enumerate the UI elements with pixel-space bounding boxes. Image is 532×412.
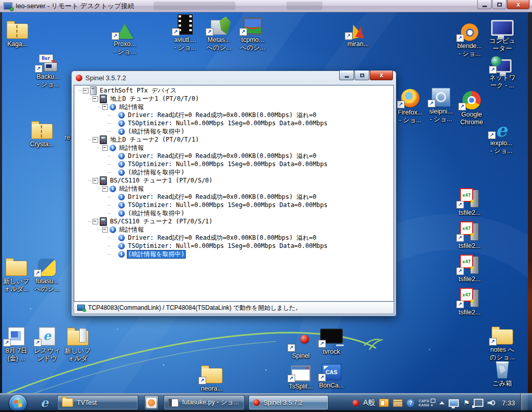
tree-row[interactable]: i統計情報 xyxy=(76,144,392,152)
desktop-icon-neora[interactable]: ↗neora... xyxy=(195,363,228,393)
tree-row[interactable]: iTSOptimizer: Null=0.00Mbps 1Seg=0.00Mbp… xyxy=(76,201,392,209)
rdp-titlebar[interactable]: leo-server - リモート デスクトップ接続 x xyxy=(0,0,532,12)
desktop-icon-chrome[interactable]: ↗GoogleChrome xyxy=(455,89,488,126)
tree-row[interactable]: iDriver: Read試行=0 Read成功=0x0.00KB(0.00Mb… xyxy=(76,152,392,160)
show-desktop-button[interactable] xyxy=(520,394,528,412)
collapse-toggle-icon[interactable] xyxy=(102,145,108,151)
tray-spinel-icon[interactable] xyxy=(352,400,359,406)
desktop-icon-boncaslink[interactable]: CAS↗BonCa... xyxy=(315,360,348,390)
minimize-icon xyxy=(345,76,349,78)
tray-ime-help-icon[interactable]: ? xyxy=(407,399,414,407)
tray-clock[interactable]: 7:33 xyxy=(500,399,517,407)
collapse-toggle-icon[interactable] xyxy=(93,137,98,143)
desktop-icon-aviutl[interactable]: ↗aviutl....- ショ... xyxy=(169,14,202,52)
shortcut-arrow-icon: ↗ xyxy=(35,65,42,73)
spinel-close-button[interactable]: x xyxy=(370,71,393,80)
tree-row[interactable]: i(統計情報を取得中) xyxy=(76,127,392,135)
desktop-icon-futasuke-py[interactable]: ↗futasu...へのシ... xyxy=(31,256,63,293)
desktop-icon-tsfile2-2[interactable]: x47↗tsfile2... xyxy=(453,220,486,250)
collapse-toggle-icon[interactable] xyxy=(102,186,108,192)
tree-row[interactable]: iTSOptimizer: Null=0.00Mbps 1Seg=0.00Mbp… xyxy=(76,160,392,168)
tree-row[interactable]: i統計情報 xyxy=(76,225,392,234)
tree-row[interactable]: iTSOptimizer: Null=0.00Mbps 1Seg=0.00Mbp… xyxy=(76,242,392,250)
desktop-icon-firefox[interactable]: ↗Firefox...- ショ... xyxy=(394,87,427,124)
rdp-minimize-button[interactable] xyxy=(477,0,492,9)
spinel-titlebar[interactable]: Spinel 3.5.7.2 x xyxy=(74,71,394,85)
desktop-icon-tsfile2-3[interactable]: x47↗tsfile2... xyxy=(453,254,486,283)
desktop-icon-backup[interactable]: Bur↗Backu...- ショ... xyxy=(32,51,64,88)
rdp-restore-button[interactable] xyxy=(492,0,506,9)
collapse-toggle-icon[interactable] xyxy=(93,219,98,224)
desktop-icon-miranda[interactable]: ↗miran... xyxy=(342,18,374,48)
info-icon: i xyxy=(118,202,125,209)
tray-ime-palette-icon[interactable] xyxy=(379,399,389,407)
spinel-minimize-button[interactable] xyxy=(339,71,354,80)
taskbar-button-media-player[interactable] xyxy=(144,395,159,410)
tree-row[interactable]: BS/CS110 チューナ1 (PT/0/S/0) xyxy=(76,176,392,185)
desktop-icon-blender[interactable]: ↗blende...- ショ... xyxy=(453,20,486,58)
taskbar-button-futasuke[interactable]: futasuke.py - ショ... xyxy=(164,395,245,410)
desktop-icon-crystal[interactable]: Crysta... xyxy=(26,119,58,148)
rdp-close-button[interactable]: x xyxy=(507,0,529,9)
collapse-toggle-icon[interactable] xyxy=(102,227,108,233)
start-button[interactable] xyxy=(9,394,27,412)
taskbar-button-spinel[interactable]: Spinel 3.5.7.2 xyxy=(249,395,328,410)
collapse-toggle-icon[interactable] xyxy=(93,96,98,102)
tray-action-center-icon[interactable]: ⚑ xyxy=(463,399,470,406)
window-mini-icon xyxy=(431,399,435,403)
desktop-icon-iexplorer[interactable]: e↗iexplo...- ショ... xyxy=(485,118,518,155)
tree-row[interactable]: EarthSoft PTx デバイス xyxy=(76,86,392,95)
tree-row[interactable]: 地上D チューナ1 (PT/0/T/0) xyxy=(76,95,392,103)
tray-network-icon[interactable] xyxy=(474,399,483,407)
tree-row[interactable]: iDriver: Read試行=0 Read成功=0x0.00KB(0.00Mb… xyxy=(76,111,392,119)
tree-row[interactable]: i統計情報 xyxy=(76,185,392,193)
tray-hidden-icons-button[interactable] xyxy=(439,401,445,404)
tree-row[interactable]: i(統計情報を取得中) xyxy=(76,168,392,176)
desktop-icon-aug7-fri[interactable]: ↗8月 7日(金) ... xyxy=(0,325,33,362)
desktop-icon-notes[interactable]: ↗notes へのショ... xyxy=(486,324,519,361)
desktop-icon-spinel[interactable]: ↗Spinel xyxy=(284,330,317,360)
tuner-icon xyxy=(100,95,107,103)
desktop-icon-network[interactable]: ↗ネットワーク - ... xyxy=(486,52,519,89)
tray-caps-kana-indicator[interactable]: CAPS KANA▾ xyxy=(418,399,435,407)
desktop-icon-recycle-bin[interactable]: ごみ箱 xyxy=(486,358,519,387)
tree-connector xyxy=(78,90,82,91)
desktop-icon-res-window[interactable]: e↗レスウィンドウ xyxy=(31,325,63,362)
spinel-window[interactable]: Spinel 3.5.7.2 x EarthSoft PTx デバイス地上D チ… xyxy=(71,71,396,316)
desktop-icon-proxomitron[interactable]: ↗Proxo...- ショ... xyxy=(108,18,141,56)
desktop-icon-label: ごみ箱 xyxy=(486,380,519,387)
desktop-icon-tsfile2-1[interactable]: x47↗tsfile2... xyxy=(453,187,486,217)
collapse-toggle-icon[interactable] xyxy=(93,178,98,184)
desktop-icon-computer[interactable]: コンピューター xyxy=(486,15,519,53)
taskbar-internet-explorer-icon[interactable]: e xyxy=(37,395,52,410)
tree-row[interactable]: i統計情報 xyxy=(76,103,392,111)
tray-display-icon[interactable] xyxy=(449,399,459,407)
collapse-toggle-icon[interactable] xyxy=(102,104,108,110)
taskbar-button-tvtest[interactable]: TVTest xyxy=(57,395,138,410)
desktop-icon-tcpmonitor[interactable]: ↗tcpmo...へのシ... xyxy=(236,14,269,52)
desktop-icon-label: コンピューター xyxy=(486,37,519,53)
rdp-bottom-border xyxy=(0,410,532,412)
tree-row[interactable]: iTSOptimizer: Null=0.00Mbps 1Seg=0.00Mbp… xyxy=(76,119,392,127)
desktop-icon-sleipnir[interactable]: ↗sleipni...- ショ... xyxy=(425,86,457,123)
desktop-icon-tssplitter[interactable]: ↗TsSplit... xyxy=(284,361,317,391)
desktop-icon-metasequoia[interactable]: ↗Metas...へのシ... xyxy=(203,14,235,52)
tree-row[interactable]: BS/CS110 チューナ2 (PT/0/S/1) xyxy=(76,217,392,225)
tree-row[interactable]: 地上D チューナ2 (PT/0/T/1) xyxy=(76,135,392,144)
desktop-icon-tvrock[interactable]: ↗tvrock xyxy=(315,326,348,356)
tree-row[interactable]: iDriver: Read試行=0 Read成功=0x0.00KB(0.00Mb… xyxy=(76,193,392,201)
tree-connector xyxy=(107,254,111,255)
spinel-maximize-button[interactable] xyxy=(354,71,369,80)
shortcut-arrow-icon: ↗ xyxy=(488,131,496,139)
tree-row[interactable]: i(統計情報を取得中) xyxy=(76,209,392,217)
desktop-icon-new-folder-2[interactable]: 新しいフォルダ xyxy=(61,325,94,362)
desktop-icon-tsfile2-4[interactable]: x47↗tsfile2... xyxy=(453,287,486,316)
tray-ime-dictionary-icon[interactable] xyxy=(393,399,403,407)
tree-row[interactable]: i(統計情報を取得中) xyxy=(76,250,392,258)
desktop-icon-kagami[interactable]: Kaga... xyxy=(1,18,34,48)
tree-row[interactable]: iDriver: Read試行=0 Read成功=0x0.00KB(0.00Mb… xyxy=(76,234,392,242)
desktop-icon-new-folder[interactable]: 新しいフォルダ... xyxy=(0,256,33,293)
collapse-toggle-icon[interactable] xyxy=(83,88,88,94)
tray-ime-mode[interactable]: A般 xyxy=(363,398,375,407)
tray-volume-icon[interactable] xyxy=(487,399,496,406)
